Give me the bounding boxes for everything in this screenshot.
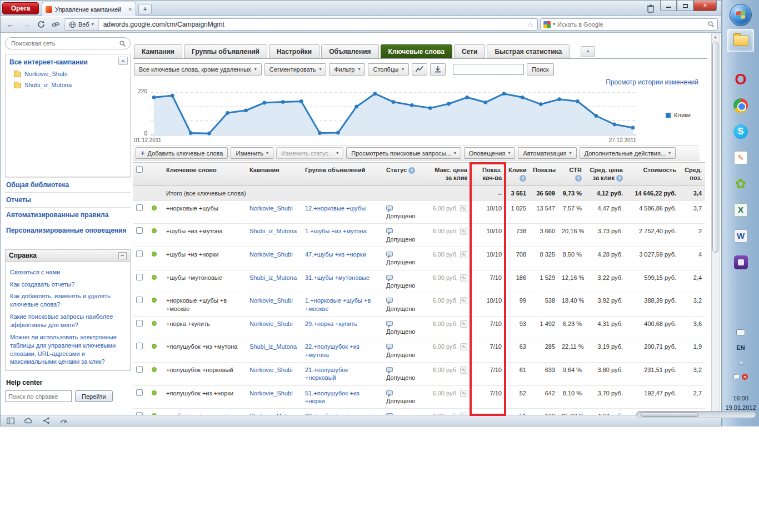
- change-history-link[interactable]: Просмотр истории изменений: [606, 78, 698, 86]
- campaign-link[interactable]: Norkovie_Shubi: [249, 320, 293, 327]
- slider-thumb[interactable]: [641, 412, 698, 417]
- keyword-status-dot[interactable]: [152, 298, 157, 303]
- ad-group-link[interactable]: 47.+шубы +из +норки: [305, 251, 366, 258]
- help-link[interactable]: Какие поисковые запросы наиболее эффекти…: [10, 313, 126, 329]
- column-header-campaign[interactable]: Кампания: [246, 163, 302, 186]
- tab-keywords[interactable]: Ключевые слова: [381, 44, 452, 59]
- edit-icon[interactable]: ✎: [460, 320, 467, 328]
- campaign-link[interactable]: Norkovie_Shubi: [249, 205, 293, 212]
- tab-close-icon[interactable]: ×: [128, 6, 132, 13]
- column-header-avg-cpc[interactable]: Сред. цена за клик?: [585, 163, 626, 186]
- opera-taskbar-button[interactable]: O: [727, 68, 754, 91]
- word-taskbar-button[interactable]: W: [727, 224, 754, 248]
- column-header-ctr[interactable]: CTR?: [558, 163, 585, 186]
- reload-button[interactable]: [35, 18, 47, 31]
- column-header-status[interactable]: Статус?: [383, 163, 427, 186]
- search-icon[interactable]: [119, 40, 126, 48]
- help-icon[interactable]: ?: [575, 175, 582, 182]
- opera-menu-button[interactable]: Opera: [2, 2, 39, 14]
- ad-group-link[interactable]: 12.+норковые +шубы: [305, 205, 366, 212]
- campaign-link[interactable]: Shubi_iz_Mutona: [249, 228, 297, 234]
- sidebar-nav-item[interactable]: Общая библиотека: [5, 177, 131, 192]
- tab-dimensions[interactable]: Быстрая статистика: [487, 44, 570, 59]
- minimize-button[interactable]: [660, 1, 677, 11]
- collapse-sidebar-button[interactable]: «: [118, 57, 128, 65]
- help-search-input[interactable]: [5, 390, 72, 402]
- language-indicator[interactable]: EN: [722, 344, 759, 351]
- row-checkbox[interactable]: [136, 343, 143, 349]
- column-header-avg-pos[interactable]: Сред. поз.: [680, 163, 705, 186]
- show-hidden-icons-arrow[interactable]: ◂: [722, 359, 759, 365]
- closed-tabs-trash-icon[interactable]: [646, 4, 656, 13]
- panels-toggle-icon[interactable]: [6, 416, 15, 425]
- back-button[interactable]: ←: [4, 18, 17, 31]
- columns-button[interactable]: Столбцы▾: [368, 63, 409, 76]
- tab-networks[interactable]: Сети: [454, 44, 485, 59]
- tab-ad-groups[interactable]: Группы объявлений: [184, 44, 267, 59]
- action-center-flag-icon[interactable]: [733, 374, 740, 380]
- see-search-terms-button[interactable]: Просмотреть поисковые запросы...▾: [346, 147, 461, 159]
- caret-down-icon[interactable]: ▾: [553, 22, 555, 27]
- campaign-search-input[interactable]: [11, 40, 116, 47]
- sidebar-nav-item[interactable]: Автоматизированные правила: [5, 207, 131, 222]
- icq-taskbar-button[interactable]: ✿: [727, 172, 754, 195]
- scrollbar-thumb[interactable]: [712, 42, 718, 253]
- opera-link-icon[interactable]: [49, 18, 62, 31]
- row-checkbox[interactable]: [136, 389, 143, 396]
- scroll-up-arrow[interactable]: ▲: [712, 33, 719, 41]
- ad-group-link[interactable]: 51.+полушубок +из +норки: [305, 390, 359, 404]
- ad-group-link[interactable]: 21.+полушубок +норковый: [305, 367, 348, 381]
- edit-icon[interactable]: ✎: [460, 228, 467, 235]
- add-keywords-button[interactable]: +Добавить ключевые слова: [136, 147, 228, 159]
- help-icon[interactable]: ?: [408, 167, 415, 174]
- keyword-status-dot[interactable]: [152, 344, 157, 349]
- browser-search-field[interactable]: ▾: [540, 18, 718, 31]
- help-link[interactable]: Как добавлять, изменять и удалять ключев…: [10, 292, 126, 309]
- row-checkbox[interactable]: [136, 320, 143, 327]
- help-link[interactable]: Можно ли использовать электронные таблиц…: [10, 333, 126, 366]
- column-header-ad-group[interactable]: Группа объявлений: [302, 163, 383, 186]
- opera-turbo-icon[interactable]: [59, 416, 68, 425]
- explorer-taskbar-button[interactable]: [727, 29, 754, 52]
- column-header-cost[interactable]: Стоимость: [626, 163, 680, 186]
- edit-icon[interactable]: ✎: [460, 367, 467, 374]
- column-header-qs[interactable]: Показ. кач-ва: [471, 163, 505, 186]
- search-button[interactable]: Поиск: [527, 63, 553, 76]
- column-header-impressions[interactable]: Показы: [530, 163, 558, 186]
- start-button[interactable]: [730, 4, 752, 26]
- campaign-link[interactable]: Norkovie_Shubi: [249, 390, 293, 397]
- edit-icon[interactable]: ✎: [460, 343, 467, 350]
- column-header-max-cpc[interactable]: Макс. цена за клик: [427, 163, 471, 186]
- row-checkbox[interactable]: [136, 250, 143, 257]
- keyword-status-dot[interactable]: [152, 252, 157, 257]
- tab-ads[interactable]: Объявления: [321, 44, 378, 59]
- campaign-link[interactable]: Norkovie_Shubi: [24, 71, 68, 77]
- ad-group-link[interactable]: 31.+шубы +мутоновые: [305, 274, 369, 281]
- edit-icon[interactable]: ✎: [460, 251, 467, 258]
- ad-group-link[interactable]: 1.+норковые +шубы +в +москве: [305, 297, 371, 312]
- segment-button[interactable]: Сегментировать▾: [264, 63, 327, 76]
- row-checkbox[interactable]: [136, 366, 143, 373]
- campaign-link[interactable]: Norkovie_Shubi: [249, 297, 293, 304]
- filter-view-button[interactable]: Все ключевые слова, кроме удаленных▾: [134, 63, 262, 76]
- edit-icon[interactable]: ✎: [460, 297, 467, 304]
- row-checkbox[interactable]: [136, 297, 143, 303]
- opera-unite-icon[interactable]: [24, 416, 33, 425]
- close-window-button[interactable]: ×: [693, 1, 717, 11]
- row-checkbox[interactable]: [136, 204, 143, 211]
- keyword-status-dot[interactable]: [152, 390, 157, 395]
- help-icon[interactable]: ?: [520, 175, 526, 182]
- network-error-icon[interactable]: ×: [742, 374, 748, 380]
- google-icon[interactable]: [543, 21, 551, 28]
- help-collapse-button[interactable]: −: [118, 252, 127, 259]
- tab-settings[interactable]: Настройки: [269, 44, 319, 59]
- automate-button[interactable]: Автоматизация▾: [518, 147, 576, 159]
- campaign-link[interactable]: Norkovie_Shubi: [249, 367, 293, 373]
- campaign-link[interactable]: Shubi_iz_Mutona: [249, 343, 297, 350]
- download-button[interactable]: [430, 63, 446, 76]
- keyword-status-dot[interactable]: [152, 205, 157, 210]
- address-bar[interactable]: Веб ▾ adwords.google.com/cm/CampaignMgmt…: [64, 18, 538, 31]
- alerts-button[interactable]: Оповещения▾: [464, 147, 516, 159]
- column-header-keyword[interactable]: Ключевое слово: [163, 163, 246, 186]
- edit-icon[interactable]: ✎: [460, 205, 467, 212]
